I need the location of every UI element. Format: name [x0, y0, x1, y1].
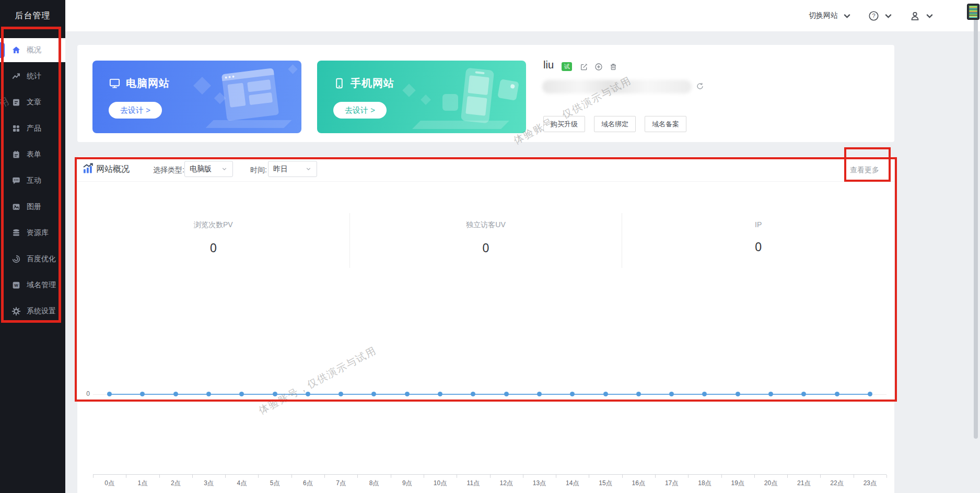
sidebar-item-label: 文章: [27, 98, 41, 107]
pc-design-button[interactable]: 去设计 >: [109, 102, 162, 119]
overview-card: 网站概况 选择类型: 电脑版 时间: 昨日 查看更多 浏览次数PV0独立访客UV…: [77, 157, 894, 493]
time-select[interactable]: 昨日: [268, 161, 317, 177]
x-axis-label: 4点: [225, 479, 258, 488]
library-icon: [11, 228, 21, 238]
sidebar-item-表单[interactable]: 表单: [0, 143, 65, 167]
data-point: [438, 392, 442, 396]
data-point: [306, 392, 310, 396]
x-axis-label: 18点: [688, 479, 721, 488]
stats-row: 浏览次数PV0独立访客UV0IP0: [77, 213, 894, 268]
sidebar-item-文章[interactable]: 文章: [0, 90, 65, 114]
scrollbar-thumb[interactable]: [974, 18, 978, 439]
x-axis-label: 20点: [754, 479, 787, 488]
plus-circle-icon[interactable]: [594, 63, 603, 71]
x-axis-tick: [721, 475, 722, 478]
x-axis-label: 15点: [589, 479, 622, 488]
sidebar-item-label: 表单: [27, 150, 41, 159]
sidebar-item-系统设置[interactable]: 系统设置: [0, 299, 65, 323]
time-select-label: 时间:: [250, 166, 267, 175]
sidebar-item-域名管理[interactable]: W域名管理: [0, 273, 65, 297]
sidebar-item-统计[interactable]: 统计: [0, 64, 65, 88]
x-axis-tick: [787, 475, 788, 478]
banner-illustration: [221, 68, 279, 121]
x-axis-label: 17点: [655, 479, 688, 488]
banner-illustration: [193, 77, 211, 95]
x-axis-tick: [622, 475, 623, 478]
data-point: [636, 392, 641, 396]
banner-illustration: [412, 121, 509, 129]
x-axis-label: 3点: [192, 479, 225, 488]
data-point: [537, 392, 542, 396]
account-menu[interactable]: [909, 10, 935, 21]
x-axis-tick: [357, 475, 358, 478]
question-circle-icon: ?: [868, 10, 879, 21]
minimap-stripe: [969, 7, 977, 8]
gallery-icon: [11, 202, 21, 212]
sidebar-item-label: 百度优化: [27, 254, 56, 264]
chevron-down-icon: [924, 10, 935, 21]
sidebar-item-label: 互动: [27, 176, 41, 185]
switch-site-label: 切换网站: [809, 11, 838, 20]
mobile-site-title-row: 手机网站: [333, 76, 394, 90]
x-axis-tick: [820, 475, 821, 478]
data-point: [868, 392, 872, 396]
mobile-design-button[interactable]: 去设计 >: [333, 102, 387, 119]
sidebar-item-互动[interactable]: 互动: [0, 169, 65, 193]
x-axis-label: 14点: [556, 479, 589, 488]
data-point: [173, 392, 178, 396]
chevron-down-icon: [305, 166, 312, 172]
type-select[interactable]: 电脑版: [184, 161, 233, 177]
x-axis-tick: [258, 475, 259, 478]
x-axis-tick: [324, 475, 325, 478]
time-select-value: 昨日: [273, 165, 288, 174]
x-axis-tick: [589, 475, 589, 478]
x-axis-tick: [556, 475, 556, 478]
refresh-icon[interactable]: [696, 82, 704, 90]
bar-chart-icon: [81, 162, 94, 175]
sidebar-item-概况[interactable]: 概况: [0, 38, 65, 62]
x-axis-tick: [93, 475, 94, 478]
product-icon: [11, 124, 21, 133]
help-menu[interactable]: ?: [868, 10, 894, 21]
seo-icon: [11, 254, 21, 264]
edit-icon[interactable]: [580, 63, 588, 71]
banner-illustration: [402, 84, 415, 97]
site-button-域名备案[interactable]: 域名备案: [645, 116, 686, 132]
x-axis-tick: [490, 475, 491, 478]
sidebar-item-产品[interactable]: 产品: [0, 116, 65, 140]
sidebar-item-图册[interactable]: 图册: [0, 195, 65, 219]
sidebar-item-label: 资源库: [27, 228, 49, 238]
active-indicator: [0, 42, 5, 58]
trash-icon[interactable]: [609, 63, 617, 71]
sidebar-item-label: 概况: [27, 45, 41, 55]
data-point: [801, 392, 806, 396]
switch-site-menu[interactable]: 切换网站: [809, 10, 853, 21]
sidebar-item-资源库[interactable]: 资源库: [0, 221, 65, 245]
redacted-domain: [542, 80, 692, 93]
data-point: [107, 392, 112, 396]
person-icon: [909, 10, 920, 21]
x-axis-label: 7点: [324, 479, 357, 488]
topbar-right: 切换网站 ?: [809, 0, 935, 31]
view-more-link[interactable]: 查看更多: [850, 166, 889, 175]
data-point: [405, 392, 410, 396]
site-button-购买升级[interactable]: 购买升级: [543, 116, 585, 132]
y-axis-tick-0: 0: [78, 390, 90, 397]
x-axis-label: 5点: [258, 479, 291, 488]
sidebar-item-百度优化[interactable]: 百度优化: [0, 247, 65, 271]
x-axis-tick: [655, 475, 656, 478]
banner-illustration: [442, 94, 458, 111]
site-button-域名绑定[interactable]: 域名绑定: [594, 116, 636, 132]
brand-title: 后台管理: [0, 0, 65, 31]
monitor-icon: [109, 77, 121, 89]
x-axis-tick: [225, 475, 226, 478]
x-axis-label: 0点: [93, 479, 126, 488]
x-axis-label: 8点: [357, 479, 390, 488]
sidebar: 后台管理 概况统计文章产品表单互动图册资源库百度优化W域名管理系统设置: [0, 0, 65, 493]
topbar: 切换网站 ?: [65, 0, 980, 31]
minimap-stripe: [969, 6, 977, 7]
banner-illustration: [421, 95, 431, 105]
x-axis-tick: [192, 475, 193, 478]
svg-text:?: ?: [872, 13, 875, 19]
x-axis-label: 11点: [457, 479, 489, 488]
